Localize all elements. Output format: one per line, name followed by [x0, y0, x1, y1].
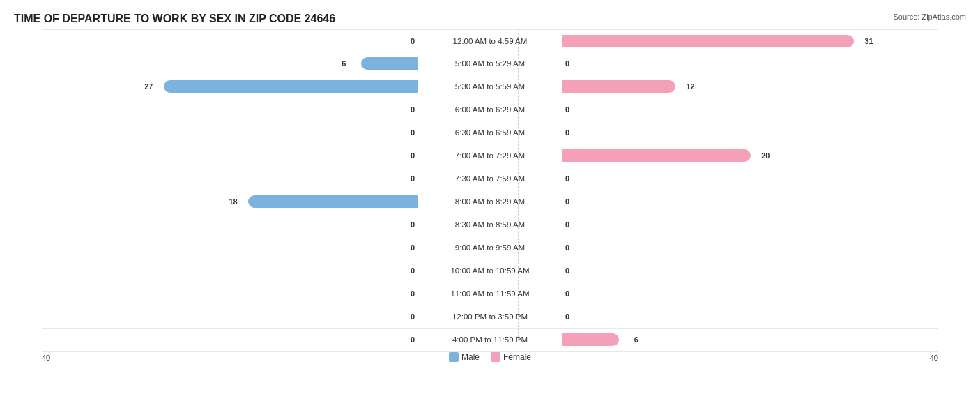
axis-bottom: 40 Male Female 40	[42, 354, 938, 362]
right-section: 0	[560, 52, 938, 75]
right-section: 31	[560, 30, 938, 52]
right-section: 0	[560, 190, 938, 213]
bar-male-zero: 0	[411, 151, 415, 160]
right-section: 6	[560, 329, 938, 351]
bar-male-value: 18	[229, 197, 237, 206]
left-section: 0	[42, 305, 420, 328]
bar-male-zero: 0	[411, 37, 415, 45]
bar-female-zero: 0	[565, 59, 569, 68]
table-row: 010:00 AM to 10:59 AM0	[42, 259, 938, 282]
legend-female-label: Female	[503, 352, 531, 362]
bar-female-value: 6	[634, 335, 638, 344]
left-section: 0	[42, 213, 420, 236]
time-label: 12:00 PM to 3:59 PM	[420, 312, 560, 321]
table-row: 275:30 AM to 5:59 AM12	[42, 75, 938, 98]
axis-left-label: 40	[42, 354, 50, 362]
left-section: 0	[42, 236, 420, 259]
bar-male-zero: 0	[411, 105, 415, 114]
table-row: 08:30 AM to 8:59 AM0	[42, 213, 938, 236]
table-row: 188:00 AM to 8:29 AM0	[42, 190, 938, 213]
table-row: 011:00 AM to 11:59 AM0	[42, 282, 938, 305]
left-section: 0	[42, 282, 420, 305]
bar-female: 6	[562, 333, 619, 346]
bar-male-value: 27	[144, 82, 153, 91]
bar-female-zero: 0	[565, 312, 569, 321]
source-text: Source: ZipAtlas.com	[893, 13, 966, 21]
bar-female: 12	[562, 80, 675, 93]
left-section: 0	[42, 121, 420, 144]
chart-container: TIME OF DEPARTURE TO WORK BY SEX IN ZIP …	[0, 0, 980, 415]
table-row: 07:00 AM to 7:29 AM20	[42, 144, 938, 167]
right-section: 0	[560, 259, 938, 282]
right-section: 0	[560, 98, 938, 121]
bar-female-zero: 0	[565, 266, 569, 275]
right-section: 0	[560, 305, 938, 328]
left-section: 0	[42, 167, 420, 190]
bar-male-zero: 0	[411, 335, 415, 344]
table-row: 06:30 AM to 6:59 AM0	[42, 121, 938, 144]
right-section: 0	[560, 121, 938, 144]
bar-male-value: 6	[342, 59, 346, 68]
right-section: 0	[560, 213, 938, 236]
right-section: 0	[560, 167, 938, 190]
legend-male: Male	[449, 352, 480, 362]
rows-container: 012:00 AM to 4:59 AM3165:00 AM to 5:29 A…	[42, 29, 938, 341]
bar-female-zero: 0	[565, 197, 569, 206]
table-row: 04:00 PM to 11:59 PM6	[42, 329, 938, 352]
right-section: 0	[560, 236, 938, 259]
bar-female: 20	[562, 149, 751, 162]
table-row: 07:30 AM to 7:59 AM0	[42, 167, 938, 190]
time-label: 7:30 AM to 7:59 AM	[420, 174, 560, 183]
bar-male-zero: 0	[411, 312, 415, 321]
bar-female-value: 20	[761, 151, 770, 160]
legend: Male Female	[449, 352, 531, 362]
legend-female-box	[491, 352, 500, 362]
chart-area: 012:00 AM to 4:59 AM3165:00 AM to 5:29 A…	[14, 29, 966, 362]
chart-title: TIME OF DEPARTURE TO WORK BY SEX IN ZIP …	[14, 13, 966, 25]
time-label: 4:00 PM to 11:59 PM	[420, 335, 560, 344]
bar-female-zero: 0	[565, 243, 569, 252]
time-label: 7:00 AM to 7:29 AM	[420, 151, 560, 160]
table-row: 012:00 AM to 4:59 AM31	[42, 29, 938, 52]
axis-right-label: 40	[930, 354, 938, 362]
time-label: 8:30 AM to 8:59 AM	[420, 220, 560, 229]
right-section: 0	[560, 282, 938, 305]
bar-male-zero: 0	[411, 289, 415, 298]
bar-male-zero: 0	[411, 174, 415, 183]
bar-female-value: 31	[864, 37, 873, 45]
bar-female-zero: 0	[565, 289, 569, 298]
time-label: 5:30 AM to 5:59 AM	[420, 82, 560, 91]
legend-male-label: Male	[461, 352, 480, 362]
left-section: 0	[42, 329, 420, 351]
time-label: 9:00 AM to 9:59 AM	[420, 243, 560, 252]
time-label: 6:30 AM to 6:59 AM	[420, 128, 560, 137]
bar-female-zero: 0	[565, 105, 569, 114]
bar-female-zero: 0	[565, 174, 569, 183]
time-label: 8:00 AM to 8:29 AM	[420, 197, 560, 206]
table-row: 65:00 AM to 5:29 AM0	[42, 52, 938, 75]
bar-female-zero: 0	[565, 128, 569, 137]
time-label: 10:00 AM to 10:59 AM	[420, 266, 560, 275]
legend-male-box	[449, 352, 459, 362]
table-row: 09:00 AM to 9:59 AM0	[42, 236, 938, 259]
time-label: 5:00 AM to 5:29 AM	[420, 59, 560, 68]
right-section: 20	[560, 144, 938, 167]
table-row: 012:00 PM to 3:59 PM0	[42, 305, 938, 329]
left-section: 18	[42, 190, 420, 213]
time-label: 6:00 AM to 6:29 AM	[420, 105, 560, 114]
table-row: 06:00 AM to 6:29 AM0	[42, 98, 938, 121]
bar-male-zero: 0	[411, 243, 415, 252]
left-section: 0	[42, 144, 420, 167]
bar-male-zero: 0	[411, 220, 415, 229]
bar-female-value: 12	[686, 82, 694, 91]
left-section: 0	[42, 98, 420, 121]
bar-male: 27	[164, 80, 418, 93]
bar-male-zero: 0	[411, 128, 415, 137]
time-label: 11:00 AM to 11:59 AM	[420, 289, 560, 298]
left-section: 0	[42, 30, 420, 52]
bar-male-zero: 0	[411, 266, 415, 275]
bar-male: 18	[248, 195, 418, 208]
time-label: 12:00 AM to 4:59 AM	[420, 37, 560, 45]
legend-female: Female	[491, 352, 531, 362]
bar-female: 31	[562, 35, 854, 47]
